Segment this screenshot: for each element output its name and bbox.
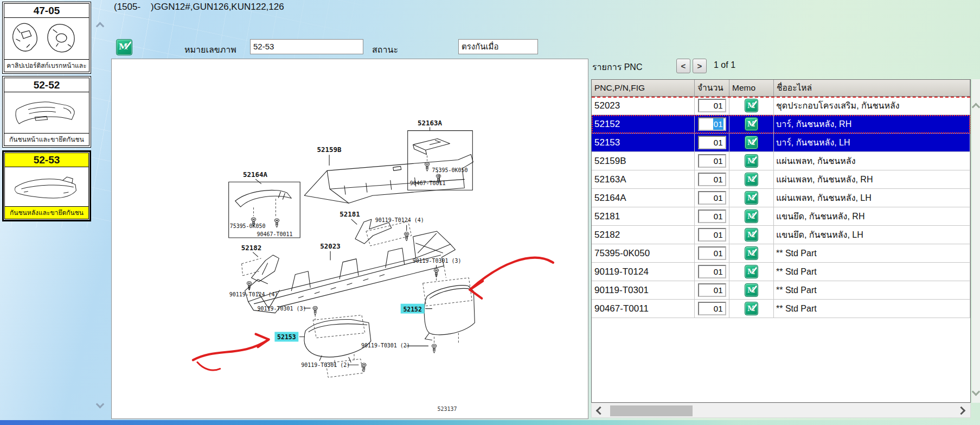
diagram-label-90467-right[interactable]: 90467-T0011 (410, 180, 446, 186)
thumbnail-card-47-05[interactable]: 47-05 คาลิปเปอร์ดิสก์เบรกหน้าและ (2, 2, 91, 74)
memo-icon[interactable]: M (745, 173, 758, 186)
memo-cell: M (729, 300, 774, 318)
memo-icon[interactable]: M (745, 210, 758, 223)
table-scroll-down[interactable] (972, 386, 980, 399)
thumbnail-code: 47-05 (4, 4, 89, 18)
diagram-label-90119-T0124-right[interactable]: 90119-T0124 (4) (375, 217, 424, 223)
pnc-cell: 75395-0K050 (592, 244, 695, 262)
diagram-label-90119-T0301-bottom-right[interactable]: 90119-T0301 (2) (361, 342, 410, 348)
thumbnail-card-52-52[interactable]: 52-52 กันชนหน้าและขายึดกันชน (2, 76, 91, 148)
pnc-cell: 52163A (592, 170, 695, 188)
memo-icon[interactable]: M (745, 99, 758, 112)
table-row[interactable]: 52023 01 M ชุดประกอบโครงเสริม, กันชนหลัง (592, 97, 970, 115)
diagram-label-52159B[interactable]: 52159B (317, 145, 342, 154)
diagram-label-52182[interactable]: 52182 (241, 244, 261, 252)
quantity-input[interactable]: 01 (698, 99, 726, 112)
diagram-label-90119-T0301-bottom-left[interactable]: 90119-T0301 (2) (301, 362, 350, 368)
thumbnail-image-rear-bumper (5, 167, 88, 206)
column-header-quantity: จำนวน (695, 80, 729, 96)
pnc-list-title: รายการ PNC (592, 60, 642, 74)
table-row[interactable]: 52182 01 M แขนยึด, กันชนหลัง, LH (592, 226, 970, 244)
diagram-label-52164A[interactable]: 52164A (243, 170, 267, 179)
status-input[interactable]: ตรงกันเมื่อ (458, 39, 538, 54)
diagram-label-75395-left[interactable]: 75395-0K050 (230, 223, 266, 229)
pnc-cell: 52152 (592, 115, 695, 133)
table-row[interactable]: 90119-T0124 01 M ** Std Part (592, 263, 970, 281)
diagram-label-52181[interactable]: 52181 (340, 210, 360, 218)
thumbnail-image-front-bumper (4, 92, 89, 133)
part-name-cell: ** Std Part (774, 300, 970, 318)
memo-icon[interactable]: M (745, 154, 758, 168)
table-scroll-right[interactable] (953, 403, 969, 417)
quantity-input[interactable]: 01 (698, 136, 726, 149)
part-name-cell: บาร์, กันชนหลัง, RH (774, 115, 970, 133)
table-row[interactable]: 75395-0K050 01 M ** Std Part (592, 244, 970, 263)
quantity-input[interactable]: 01 (698, 173, 726, 186)
diagram-label-52152[interactable]: 52152 (403, 306, 421, 313)
image-number-input[interactable]: 52-53 (250, 39, 363, 54)
quantity-input[interactable]: 01 (698, 228, 726, 242)
table-scroll-up[interactable] (972, 99, 980, 112)
quantity-input[interactable]: 01 (698, 283, 726, 297)
table-row[interactable]: 52153 01 M บาร์, กันชนหลัง, LH (592, 134, 970, 152)
table-row[interactable]: 52163A 01 M แผ่นเพลท, กันชนหลัง, RH (592, 170, 970, 189)
chevron-left-icon (595, 406, 604, 415)
part-name-cell: ** Std Part (774, 281, 970, 299)
qty-cell: 01 (695, 134, 729, 151)
memo-icon[interactable]: M (745, 191, 758, 205)
memo-icon[interactable]: M (745, 265, 758, 278)
prev-page-button[interactable]: < (676, 59, 690, 73)
table-row[interactable]: 52181 01 M แขนยึด, กันชนหลัง, RH (592, 207, 970, 226)
table-body: 52023 01 M ชุดประกอบโครงเสริม, กันชนหลัง… (592, 97, 970, 402)
diagram-label-52163A[interactable]: 52163A (418, 119, 442, 127)
memo-icon[interactable]: M (745, 228, 758, 242)
part-name-cell: แผ่นเพลท, กันชนหลัง, LH (774, 189, 970, 207)
memo-cell: M (729, 152, 774, 170)
memo-icon[interactable]: M (745, 246, 758, 260)
quantity-input[interactable]: 01 (698, 154, 726, 168)
next-page-button[interactable]: > (693, 59, 707, 73)
memo-icon[interactable]: M (745, 117, 758, 131)
diagram-label-90119-T0124-left[interactable]: 90119-T0124 (4) (229, 291, 278, 297)
part-name-cell: แขนยึด, กันชนหลัง, RH (774, 207, 970, 225)
memo-icon[interactable]: M (745, 283, 758, 297)
quantity-input[interactable]: 01 (698, 265, 726, 278)
scrollbar-thumb[interactable] (610, 405, 693, 416)
sidebar-scroll-down[interactable] (93, 397, 106, 414)
table-row[interactable]: 52164A 01 M แผ่นเพลท, กันชนหลัง, LH (592, 189, 970, 207)
image-number-label: หมายเลขภาพ (184, 43, 236, 56)
table-horizontal-scrollbar[interactable] (591, 403, 971, 418)
qty-cell: 01 (695, 244, 729, 262)
diagram-label-75395-right[interactable]: 75395-0K050 (432, 167, 468, 173)
table-vertical-scrollbar[interactable] (972, 79, 980, 403)
quantity-input[interactable]: 01 (698, 210, 726, 223)
part-drawings (229, 128, 475, 365)
diagram-label-90119-T0301-right[interactable]: 90119-T0301 (3) (413, 258, 462, 264)
memo-icon[interactable]: M (745, 136, 758, 149)
quantity-input[interactable]: 01 (698, 302, 726, 315)
diagram-label-90467-left[interactable]: 90467-T0011 (257, 231, 293, 237)
qty-cell: 01 (695, 263, 729, 281)
table-row[interactable]: 52159B 01 M แผ่นเพลท, กันชนหลัง (592, 152, 970, 170)
thumbnail-caption: กันชนหลังและขายึดกันชน (5, 206, 88, 219)
table-row[interactable]: 90119-T0301 01 M ** Std Part (592, 281, 970, 300)
sidebar-scroll-up[interactable] (93, 16, 106, 33)
qty-cell: 01 (695, 189, 729, 207)
diagram-label-90119-T0301-left[interactable]: 90119-T0301 (3) (258, 306, 306, 312)
table-scroll-left[interactable] (592, 403, 608, 417)
quantity-input[interactable]: 01 (698, 246, 726, 260)
memo-cell: M (729, 207, 774, 225)
quantity-input[interactable]: 01 (698, 117, 726, 131)
diagram-label-52023[interactable]: 52023 (320, 242, 341, 250)
table-row[interactable]: 52152 01 M บาร์, กันชนหลัง, RH (592, 115, 970, 134)
page-indicator: 1 of 1 (714, 60, 735, 70)
memo-cell: M (729, 226, 774, 244)
memo-icon[interactable]: M (745, 302, 758, 315)
diagram-label-52153[interactable]: 52153 (277, 333, 296, 341)
thumbnail-card-52-53[interactable]: 52-53 กันชนหลังและขายึดกันชน (2, 150, 91, 221)
table-row[interactable]: 90467-T0011 01 M ** Std Part (592, 300, 970, 318)
chevron-up-icon (972, 103, 980, 111)
memo-icon[interactable]: M (116, 39, 132, 55)
quantity-input[interactable]: 01 (698, 191, 726, 205)
pnc-cell: 52164A (592, 189, 695, 207)
